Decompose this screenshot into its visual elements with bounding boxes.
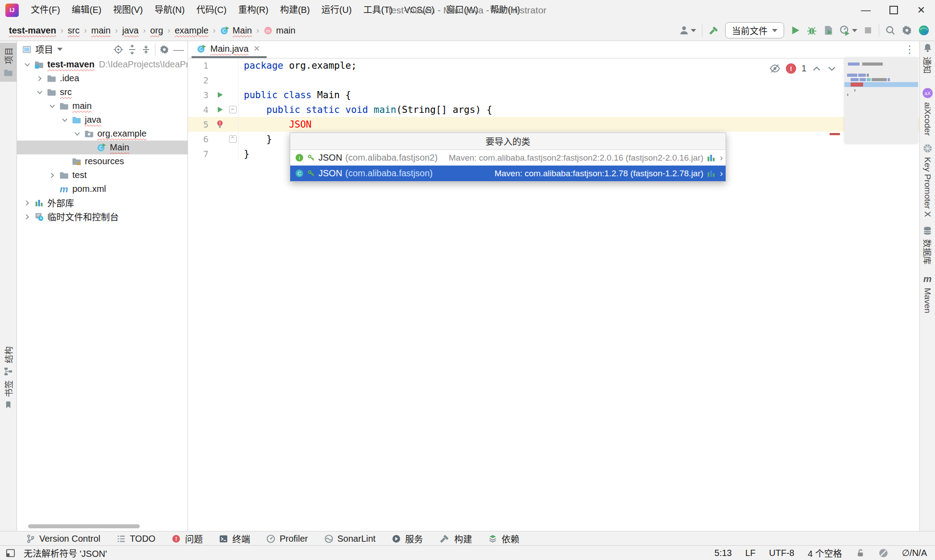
stripe-button-structure[interactable]: 结构	[0, 346, 17, 376]
menu-item[interactable]: 代码(C)	[191, 5, 233, 15]
settings-gear-icon[interactable]	[159, 45, 169, 54]
run-config-selector[interactable]: 当前文件	[725, 22, 784, 38]
chev-right-icon[interactable]	[48, 171, 56, 179]
import-option-com.alibaba.fastjson2[interactable]: I JSON (com.alibaba.fastjson2) Maven: co…	[290, 150, 726, 166]
stripe-button-通知[interactable]: 通知	[920, 43, 935, 74]
stripe-button-数据库[interactable]: 数据库	[920, 226, 935, 265]
breadcrumb-item[interactable]: mmain	[263, 25, 295, 36]
tool-window-button-终端[interactable]: 终端	[219, 532, 250, 545]
collapse-all-icon[interactable]	[141, 45, 151, 54]
tab-main-java[interactable]: C Main.java ✕	[192, 41, 267, 58]
stripe-button-Maven[interactable]: m Maven	[920, 274, 935, 313]
code-minimap[interactable]	[844, 57, 918, 143]
tool-window-button-构建[interactable]: 构建	[439, 532, 472, 545]
fold-marker-icon[interactable]: −	[229, 106, 237, 113]
breadcrumb-item[interactable]: example	[175, 25, 209, 36]
file-encoding[interactable]: UTF-8	[769, 548, 794, 558]
breadcrumb-item[interactable]: src	[68, 25, 80, 36]
tool-window-button-TODO[interactable]: TODO	[117, 534, 155, 544]
play-icon[interactable]	[790, 25, 801, 36]
error-badge-icon[interactable]: !	[786, 63, 796, 74]
error-count[interactable]: 1	[801, 63, 806, 74]
breadcrumb-item[interactable]: CMain	[220, 25, 252, 36]
tree-item-pom.xml[interactable]: mpom.xml	[17, 182, 188, 196]
hide-panel-icon[interactable]: —	[173, 43, 184, 56]
chevron-down-icon[interactable]	[57, 48, 63, 51]
project-panel-title[interactable]: 项目	[35, 43, 53, 56]
expand-all-icon[interactable]	[127, 45, 137, 54]
search-icon[interactable]	[885, 25, 896, 36]
tool-window-button-Profiler[interactable]: Profiler	[266, 534, 308, 544]
stripe-button-Key Promoter X[interactable]: Key Promoter X	[920, 143, 935, 217]
tool-window-button-问题[interactable]: !问题	[171, 532, 203, 545]
hammer-icon[interactable]	[708, 25, 719, 36]
bulb-error-icon[interactable]: !	[215, 120, 225, 129]
tab-options-icon[interactable]: ⋮	[904, 43, 915, 56]
breadcrumb-item[interactable]: main	[91, 25, 110, 36]
tree-item-.idea[interactable]: .idea	[17, 71, 188, 85]
tool-window-button-服务[interactable]: 服务	[392, 532, 423, 545]
chev-right-icon[interactable]	[23, 213, 31, 221]
stripe-button-bookmarks[interactable]: 书签	[0, 380, 17, 409]
gear-icon[interactable]	[902, 25, 912, 36]
locate-file-icon[interactable]	[113, 45, 123, 54]
menu-item[interactable]: 视图(V)	[107, 5, 149, 15]
run-arrow-icon[interactable]	[216, 106, 224, 113]
chev-right-icon[interactable]	[36, 75, 44, 83]
reader-mode-off-icon[interactable]	[769, 63, 781, 74]
tree-item-resources[interactable]: resources	[17, 154, 188, 168]
close-button[interactable]: ✕	[907, 0, 935, 20]
tree-item-main[interactable]: main	[17, 99, 188, 113]
menu-item[interactable]: 导航(N)	[149, 5, 191, 15]
stripe-button-aiXcoder[interactable]: aX aiXcoder	[920, 87, 935, 136]
chev-down-icon[interactable]	[61, 116, 69, 124]
code-line[interactable]: 4 − public static void main(String[] arg…	[188, 102, 919, 117]
stop-icon[interactable]	[863, 25, 873, 35]
chev-down-icon[interactable]	[36, 88, 44, 96]
memory-ratio[interactable]: ∅/N/A	[902, 548, 927, 558]
tree-item-org.example[interactable]: org.example	[17, 127, 188, 141]
tree-item-test[interactable]: test	[17, 168, 188, 182]
tree-item-外部库[interactable]: 外部库	[17, 196, 188, 210]
tree-item-test-maven[interactable]: test-mavenD:\IdeaProjects\IdeaProje	[17, 58, 188, 71]
code-line[interactable]: 2	[188, 73, 919, 87]
maximize-button[interactable]	[880, 0, 907, 20]
error-stripe-mark[interactable]	[830, 133, 840, 135]
chev-down-icon[interactable]	[48, 102, 56, 110]
sphere-icon[interactable]	[918, 25, 930, 36]
tree-item-java[interactable]: java	[17, 113, 188, 127]
chev-right-icon[interactable]	[23, 199, 31, 207]
menu-item[interactable]: 运行(U)	[316, 5, 358, 15]
bug-icon[interactable]	[806, 25, 817, 36]
tree-item-临时文件和控制台[interactable]: 临时文件和控制台	[17, 210, 188, 224]
line-ending[interactable]: LF	[745, 548, 756, 558]
minimize-button[interactable]: —	[852, 0, 880, 20]
menu-item[interactable]: 文件(F)	[25, 5, 66, 15]
import-option-com.alibaba.fastjson[interactable]: C JSON (com.alibaba.fastjson) Maven: com…	[290, 166, 726, 181]
chev-down-icon[interactable]	[73, 130, 81, 138]
menu-item[interactable]: 编辑(E)	[66, 5, 108, 15]
code-editor[interactable]: 1 package org.example; 2 3 public class …	[188, 58, 919, 531]
vcs-user-button[interactable]	[679, 25, 696, 36]
next-problem-icon[interactable]	[827, 64, 837, 74]
indent-setting[interactable]: 4 个空格	[808, 547, 842, 560]
tool-window-button-Version Control[interactable]: Version Control	[26, 534, 100, 544]
unlock-icon[interactable]	[856, 548, 865, 558]
tool-window-button-SonarLint[interactable]: SonarLint	[324, 534, 376, 544]
breadcrumb-item[interactable]: org	[150, 25, 163, 36]
tool-window-button-依赖[interactable]: 依赖	[488, 532, 519, 545]
stripe-button-project[interactable]: 项目	[0, 43, 17, 82]
run-arrow-icon[interactable]	[216, 91, 224, 99]
prev-problem-icon[interactable]	[812, 64, 822, 74]
chev-down-icon[interactable]	[23, 61, 31, 69]
tab-close-icon[interactable]: ✕	[254, 44, 260, 54]
breadcrumb-item[interactable]: java	[122, 25, 139, 36]
tool-window-quick-access-icon[interactable]	[5, 548, 16, 558]
fold-end-icon[interactable]: ⌃	[229, 135, 237, 143]
code-line[interactable]: 3 public class Main {	[188, 87, 919, 102]
coverage-icon[interactable]	[823, 25, 834, 36]
tree-item-src[interactable]: src	[17, 85, 188, 99]
profiler-run-button[interactable]	[839, 25, 857, 36]
menu-item[interactable]: 重构(R)	[232, 5, 274, 15]
tree-item-Main[interactable]: CMain	[17, 141, 188, 154]
